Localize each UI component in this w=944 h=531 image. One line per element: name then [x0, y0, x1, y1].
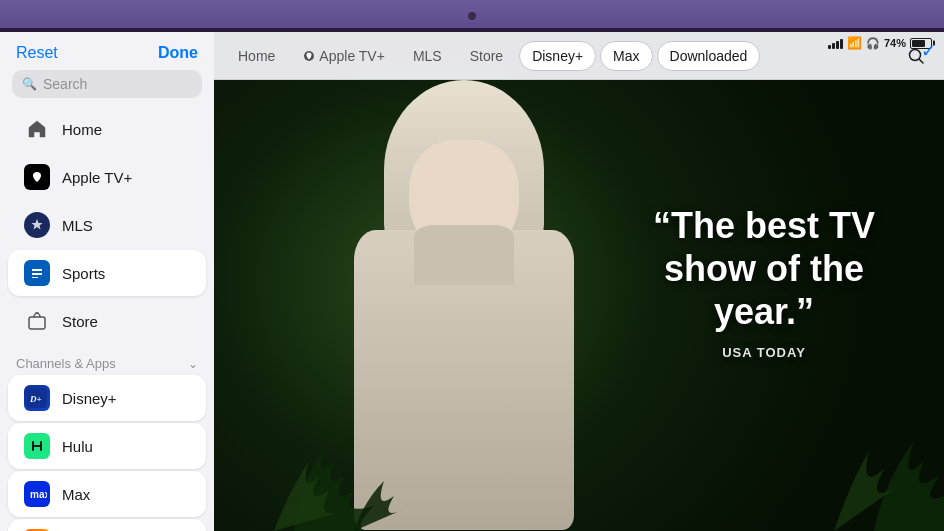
hero-text-block: “The best TV show of the year.” USA TODA… [624, 203, 904, 360]
sidebar-item-max-label: Max [62, 486, 90, 503]
tab-downloaded[interactable]: Downloaded [657, 41, 761, 71]
mls-icon [24, 212, 50, 238]
store-icon [24, 308, 50, 334]
sidebar-item-store-label: Store [62, 313, 98, 330]
device-frame-top [0, 0, 944, 32]
sidebar: Reset Done 🔍 Search Home [0, 32, 214, 531]
appletv-tab-icon [303, 50, 315, 62]
channels-section-header[interactable]: Channels & Apps ⌄ [0, 348, 214, 375]
signal-icon [828, 37, 843, 49]
wifi-icon: 📶 [847, 36, 862, 50]
sidebar-item-mls-label: MLS [62, 217, 93, 234]
sidebar-item-peacock[interactable]: Peacock [8, 519, 206, 531]
hero-source: USA TODAY [624, 345, 904, 360]
battery-percent: 74% [884, 37, 906, 49]
sidebar-item-store[interactable]: Store [8, 298, 206, 344]
tab-home[interactable]: Home [226, 42, 287, 70]
tab-max[interactable]: Max [600, 41, 652, 71]
sidebar-item-home[interactable]: Home [8, 106, 206, 152]
sidebar-item-max[interactable]: max Max [8, 471, 206, 517]
channels-chevron-icon: ⌄ [188, 357, 198, 371]
front-camera [468, 12, 476, 20]
sidebar-item-disney[interactable]: D+ Disney+ [8, 375, 206, 421]
sidebar-item-appletv[interactable]: Apple TV+ [8, 154, 206, 200]
hero-quote: “The best TV show of the year.” [624, 203, 904, 333]
sidebar-header: Reset Done [0, 32, 214, 70]
tab-appletv-label: Apple TV+ [319, 48, 385, 64]
tab-store[interactable]: Store [458, 42, 515, 70]
svg-rect-2 [29, 317, 45, 329]
hero-area: “The best TV show of the year.” USA TODA… [214, 32, 944, 531]
done-button[interactable]: Done [158, 44, 198, 62]
search-bar[interactable]: 🔍 Search [12, 70, 202, 98]
svg-text:D+: D+ [29, 394, 42, 404]
disney-icon: D+ [24, 385, 50, 411]
main-content: “The best TV show of the year.” USA TODA… [214, 32, 944, 531]
tab-mls[interactable]: MLS [401, 42, 454, 70]
sidebar-item-home-label: Home [62, 121, 102, 138]
sidebar-item-hulu[interactable]: Hulu [8, 423, 206, 469]
checkmark-button[interactable]: ✓ [921, 40, 936, 62]
sidebar-item-hulu-label: Hulu [62, 438, 93, 455]
signal-bar-3 [836, 41, 839, 49]
app-container: Reset Done 🔍 Search Home [0, 32, 944, 531]
hero-background: “The best TV show of the year.” USA TODA… [214, 32, 944, 531]
tab-disney[interactable]: Disney+ [519, 41, 596, 71]
sidebar-item-appletv-label: Apple TV+ [62, 169, 132, 186]
tab-appletv[interactable]: Apple TV+ [291, 42, 397, 70]
hulu-icon [24, 433, 50, 459]
search-placeholder: Search [43, 76, 87, 92]
max-icon: max [24, 481, 50, 507]
svg-text:max: max [30, 489, 47, 500]
reset-button[interactable]: Reset [16, 44, 58, 62]
channels-section-title: Channels & Apps [16, 356, 116, 371]
sidebar-item-mls[interactable]: MLS [8, 202, 206, 248]
home-icon [24, 116, 50, 142]
sidebar-item-disney-label: Disney+ [62, 390, 117, 407]
sidebar-nav: Home Apple TV+ MLS [0, 106, 214, 531]
sports-icon [24, 260, 50, 286]
bluetooth-icon: 🎧 [866, 37, 880, 50]
appletv-icon [24, 164, 50, 190]
signal-bar-1 [828, 45, 831, 49]
search-icon: 🔍 [22, 77, 37, 91]
sidebar-item-sports[interactable]: Sports [8, 250, 206, 296]
signal-bar-4 [840, 39, 843, 49]
sidebar-item-sports-label: Sports [62, 265, 105, 282]
signal-bar-2 [832, 43, 835, 49]
